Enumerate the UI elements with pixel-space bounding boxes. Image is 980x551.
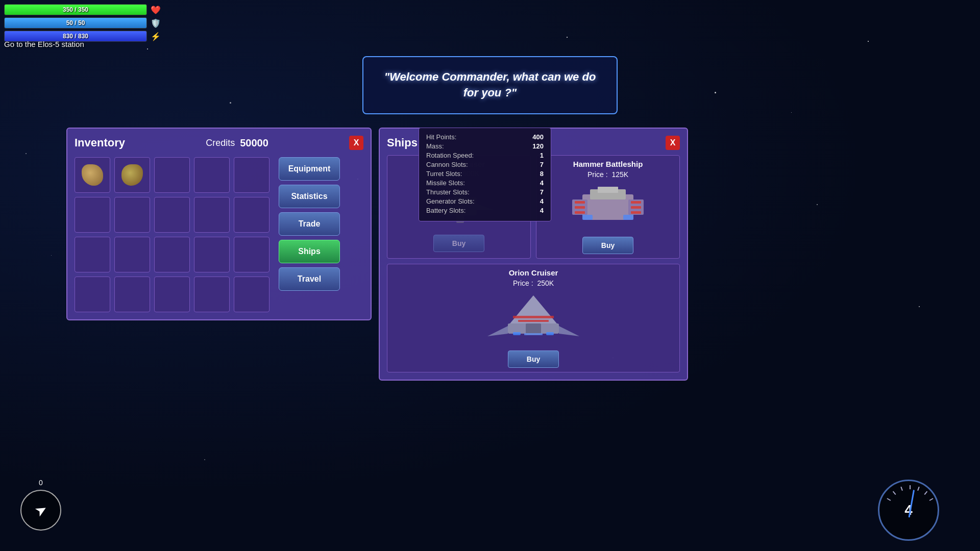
stat-label: Generator Slots: (426, 197, 475, 205)
svg-rect-26 (526, 323, 541, 335)
stat-label: Battery Slots: (426, 207, 465, 214)
svg-rect-18 (623, 215, 633, 220)
speed-dial: 4 (878, 480, 939, 541)
svg-line-36 (929, 498, 933, 500)
svg-line-31 (893, 491, 896, 494)
inventory-header: Inventory Credits 50000 X (75, 136, 363, 150)
hammer-battleship-price: Price : 125K (587, 170, 628, 179)
stat-value: 4 (540, 197, 544, 205)
stat-value: 8 (540, 170, 544, 178)
stat-value: 4 (540, 179, 544, 187)
inventory-panel: Inventory Credits 50000 X (66, 128, 372, 320)
hammer-battleship-buy-button[interactable]: Buy (582, 237, 633, 254)
svg-line-30 (887, 498, 891, 500)
stat-value: 1 (540, 152, 544, 159)
health-bar-bg: 350 / 350 (4, 4, 147, 15)
svg-rect-24 (513, 316, 554, 318)
stat-row: Generator Slots:4 (426, 197, 544, 205)
stat-row: Hit Points:400 (426, 133, 544, 141)
travel-button[interactable]: Travel (279, 267, 340, 291)
inv-slot-12[interactable] (114, 237, 150, 272)
inv-slot-5[interactable] (234, 157, 270, 193)
inv-slot-15[interactable] (234, 237, 270, 272)
stellar-cruiser-buy-button[interactable]: Buy (433, 235, 484, 252)
health-bar-row: 350 / 350 ❤️ (4, 4, 161, 15)
svg-rect-27 (513, 332, 521, 335)
inv-slot-9[interactable] (194, 197, 230, 233)
svg-rect-13 (631, 201, 641, 204)
credits-value: 50000 (240, 137, 268, 149)
inv-slot-11[interactable] (75, 237, 110, 272)
inv-slot-8[interactable] (154, 197, 190, 233)
statistics-button[interactable]: Statistics (279, 185, 340, 208)
inv-slot-2[interactable] (114, 157, 150, 193)
tooltip-content: Hit Points:400Mass:120Rotation Speed:1Ca… (426, 133, 544, 214)
hammer-battleship-image (562, 182, 654, 233)
stat-row: Turret Slots:8 (426, 170, 544, 178)
orion-cruiser-buy-button[interactable]: Buy (508, 350, 559, 368)
inv-slot-13[interactable] (154, 237, 190, 272)
ships-button[interactable]: Ships (279, 240, 340, 263)
ships-close-button[interactable]: X (666, 136, 680, 150)
svg-line-35 (924, 491, 927, 494)
stat-row: Battery Slots:4 (426, 207, 544, 214)
svg-rect-17 (631, 211, 641, 214)
inv-slot-6[interactable] (75, 197, 110, 233)
inventory-title: Inventory (75, 136, 125, 149)
inv-slot-1[interactable] (75, 157, 110, 193)
dialog-text: "Welcome Commander, what can we do for y… (379, 69, 601, 101)
stats-tooltip: Hit Points:400Mass:120Rotation Speed:1Ca… (419, 128, 551, 221)
speed-indicator: 4 (878, 480, 939, 541)
inv-slot-20[interactable] (234, 277, 270, 312)
item-rock-2 (121, 164, 143, 186)
svg-rect-25 (518, 320, 549, 322)
orion-cruiser-svg (477, 290, 590, 346)
inv-slot-16[interactable] (75, 277, 110, 312)
orion-cruiser-card: Orion Cruiser Price : 250K Buy (387, 264, 680, 372)
equipment-button[interactable]: Equipment (279, 157, 340, 181)
inv-slot-4[interactable] (194, 157, 230, 193)
compass-counter: 0 (39, 479, 43, 487)
stat-row: Mass:120 (426, 142, 544, 150)
health-bar-text: 350 / 350 (5, 5, 146, 15)
stat-row: Rotation Speed:1 (426, 152, 544, 159)
compass-arrow-icon: ➤ (32, 500, 50, 520)
nav-buttons: Equipment Statistics Trade Ships Travel (279, 157, 340, 312)
stat-row: Cannon Slots:7 (426, 161, 544, 168)
shield-bar-bg: 50 / 50 (4, 17, 147, 29)
trade-button[interactable]: Trade (279, 212, 340, 236)
svg-rect-11 (598, 187, 618, 193)
stat-label: Rotation Speed: (426, 152, 474, 159)
stat-value: 7 (540, 161, 544, 168)
stat-row: Thruster Slots:7 (426, 188, 544, 196)
stat-label: Hit Points: (426, 133, 456, 141)
speed-ticks-svg (879, 481, 941, 542)
inv-slot-17[interactable] (114, 277, 150, 312)
orion-cruiser-price: Price : 250K (513, 279, 554, 287)
item-rock-1 (82, 164, 103, 186)
svg-marker-22 (487, 326, 508, 336)
shield-bar-row: 50 / 50 🛡️ (4, 17, 161, 29)
inv-slot-18[interactable] (154, 277, 190, 312)
svg-rect-16 (575, 211, 585, 214)
svg-line-34 (918, 487, 919, 491)
ships-title: Ships (387, 136, 418, 149)
compass-ring: ➤ (20, 490, 61, 531)
inv-slot-19[interactable] (194, 277, 230, 312)
dialog-box: "Welcome Commander, what can we do for y… (362, 56, 618, 114)
inv-slot-3[interactable] (154, 157, 190, 193)
stat-label: Mass: (426, 142, 444, 150)
inv-slot-7[interactable] (114, 197, 150, 233)
shield-bar-text: 50 / 50 (5, 18, 146, 28)
hammer-battleship-svg (562, 182, 654, 233)
inventory-close-button[interactable]: X (349, 136, 363, 150)
svg-rect-12 (575, 201, 585, 204)
heart-icon: ❤️ (150, 4, 161, 15)
credits-section: Credits 50000 (206, 137, 268, 149)
inv-slot-10[interactable] (234, 197, 270, 233)
stat-value: 7 (540, 188, 544, 196)
hud-top: 350 / 350 ❤️ 50 / 50 🛡️ 830 / 830 ⚡ (4, 4, 161, 42)
stat-label: Missile Slots: (426, 179, 465, 187)
svg-rect-19 (582, 215, 593, 220)
inv-slot-14[interactable] (194, 237, 230, 272)
